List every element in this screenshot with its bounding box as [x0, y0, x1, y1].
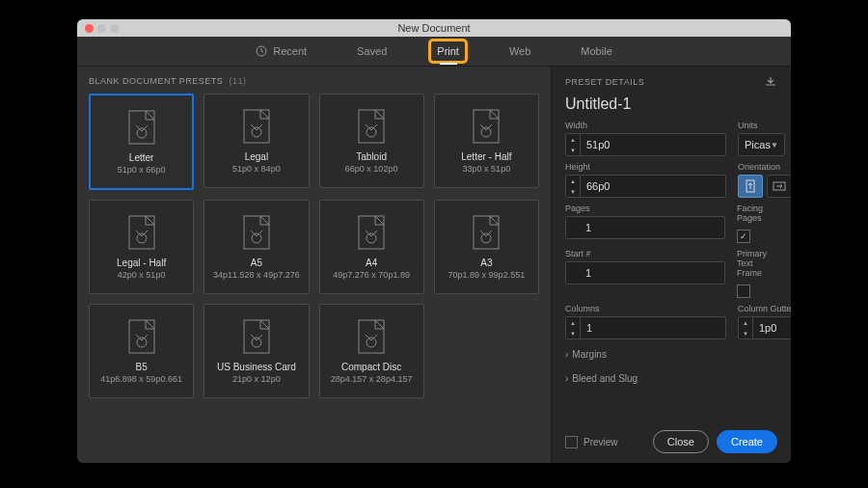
column-gutter-input[interactable] — [753, 317, 791, 339]
preset-dimensions: 51p0 x 84p0 — [232, 164, 281, 174]
preset-card[interactable]: A5 34p11.528 x 49p7.276 — [203, 200, 309, 294]
preset-name: Tabloid — [356, 151, 387, 162]
column-gutter-stepper[interactable]: ▲▼ — [738, 316, 791, 339]
preset-name: Compact Disc — [341, 362, 401, 372]
svg-point-20 — [252, 338, 261, 347]
up-arrow-icon[interactable]: ▲ — [566, 317, 580, 328]
window-title: New Document — [77, 22, 791, 34]
tab-saved[interactable]: Saved — [351, 41, 393, 61]
up-arrow-icon[interactable]: ▲ — [739, 317, 752, 328]
chevron-right-icon: › — [565, 349, 568, 360]
preview-checkbox[interactable] — [565, 436, 578, 448]
checkbox-box — [737, 285, 750, 298]
orientation-label: Orientation — [738, 162, 791, 172]
preset-dimensions: 51p0 x 66p0 — [118, 165, 166, 175]
presets-panel: BLANK DOCUMENT PRESETS (11) Letter 51p0 … — [77, 67, 551, 463]
down-arrow-icon[interactable]: ▼ — [566, 186, 580, 197]
preset-dimensions: 34p11.528 x 49p7.276 — [213, 270, 300, 280]
tab-web[interactable]: Web — [503, 41, 536, 61]
width-stepper[interactable]: ▲▼ — [565, 133, 726, 156]
tab-recent[interactable]: Recent — [250, 41, 312, 61]
svg-point-18 — [137, 338, 147, 347]
page-icon — [358, 215, 385, 250]
bleed-slug-disclosure[interactable]: › Bleed and Slug — [565, 369, 777, 388]
save-preset-icon[interactable] — [764, 76, 777, 88]
svg-point-4 — [252, 127, 261, 137]
new-document-window: New Document Recent Saved Print Web Mobi… — [77, 19, 791, 463]
page-icon — [243, 215, 270, 250]
tab-label: Saved — [357, 45, 387, 57]
svg-point-12 — [252, 233, 261, 243]
svg-point-6 — [366, 127, 376, 137]
facing-pages-checkbox[interactable]: ✓ — [737, 230, 777, 243]
units-select[interactable]: Picas ▼ — [738, 133, 785, 156]
preset-card[interactable]: A3 70p1.89 x 99p2.551 — [434, 200, 539, 294]
preset-name: Legal — [245, 151, 268, 162]
preset-dimensions: 41p6.898 x 59p0.661 — [100, 374, 182, 384]
preview-label: Preview — [583, 437, 618, 447]
preset-name: A3 — [480, 258, 492, 268]
close-button[interactable]: Close — [653, 430, 709, 453]
landscape-icon — [773, 181, 786, 191]
facing-pages-label: Facing Pages — [737, 203, 777, 223]
preset-dimensions: 28p4.157 x 28p4.157 — [331, 374, 413, 384]
width-input[interactable] — [581, 134, 725, 155]
category-tabs: Recent Saved Print Web Mobile — [77, 37, 791, 67]
svg-point-14 — [366, 233, 376, 243]
up-arrow-icon[interactable]: ▲ — [566, 134, 580, 145]
page-icon — [473, 109, 500, 144]
tab-label: Mobile — [581, 45, 611, 57]
preset-card[interactable]: Tabloid 66p0 x 102p0 — [319, 94, 424, 188]
units-label: Units — [738, 121, 785, 130]
preset-card[interactable]: Letter 51p0 x 66p0 — [89, 94, 194, 190]
preset-dimensions: 42p0 x 51p0 — [118, 270, 166, 280]
start-number-stepper[interactable] — [565, 261, 725, 285]
margins-disclosure[interactable]: › Margins — [565, 345, 777, 364]
up-arrow-icon[interactable]: ▲ — [566, 176, 580, 186]
titlebar: New Document — [77, 19, 791, 37]
start-number-input[interactable] — [580, 262, 724, 284]
page-icon — [128, 319, 155, 354]
preset-dimensions: 21p0 x 12p0 — [232, 374, 281, 384]
preset-name: Letter — [129, 152, 154, 163]
orientation-landscape-button[interactable] — [767, 175, 791, 198]
chevron-right-icon: › — [565, 373, 568, 384]
height-stepper[interactable]: ▲▼ — [565, 175, 726, 198]
page-icon — [358, 109, 385, 144]
orientation-portrait-button[interactable] — [738, 175, 763, 198]
preset-card[interactable]: Letter - Half 33p0 x 51p0 — [434, 94, 539, 188]
pages-label: Pages — [565, 203, 725, 213]
preset-card[interactable]: US Business Card 21p0 x 12p0 — [203, 304, 309, 398]
preset-card[interactable]: B5 41p6.898 x 59p0.661 — [89, 304, 194, 398]
preset-card[interactable]: Legal - Half 42p0 x 51p0 — [89, 200, 194, 294]
page-icon — [473, 215, 500, 250]
svg-point-8 — [481, 127, 491, 137]
tab-mobile[interactable]: Mobile — [575, 41, 617, 61]
pages-stepper[interactable] — [565, 216, 725, 239]
preset-card[interactable]: Compact Disc 28p4.157 x 28p4.157 — [319, 304, 424, 398]
columns-input[interactable] — [581, 317, 725, 339]
preset-card[interactable]: Legal 51p0 x 84p0 — [203, 94, 309, 188]
primary-text-frame-label: Primary Text Frame — [737, 249, 777, 278]
down-arrow-icon[interactable]: ▼ — [566, 328, 580, 339]
doc-name-input[interactable]: Untitled-1 — [565, 94, 777, 115]
columns-stepper[interactable]: ▲▼ — [565, 316, 726, 339]
pages-input[interactable] — [580, 217, 724, 238]
column-gutter-label: Column Gutter — [738, 304, 791, 313]
checkbox-box: ✓ — [737, 230, 750, 243]
page-icon — [243, 109, 270, 144]
down-arrow-icon[interactable]: ▼ — [566, 145, 580, 155]
preset-dimensions: 49p7.276 x 70p1.89 — [333, 270, 410, 280]
preset-dimensions: 33p0 x 51p0 — [463, 164, 511, 174]
height-input[interactable] — [581, 176, 725, 197]
preset-grid: Letter 51p0 x 66p0 Legal 51p0 x 84p0 Tab… — [89, 94, 539, 398]
tab-label: Web — [509, 45, 530, 57]
preset-name: Letter - Half — [461, 151, 511, 162]
preset-dimensions: 70p1.89 x 99p2.551 — [448, 270, 526, 280]
tab-print[interactable]: Print — [431, 41, 465, 61]
preset-card[interactable]: A4 49p7.276 x 70p1.89 — [319, 200, 424, 294]
start-number-label: Start # — [565, 249, 725, 258]
create-button[interactable]: Create — [717, 430, 777, 453]
down-arrow-icon[interactable]: ▼ — [739, 328, 752, 339]
primary-text-frame-checkbox[interactable] — [737, 285, 777, 298]
